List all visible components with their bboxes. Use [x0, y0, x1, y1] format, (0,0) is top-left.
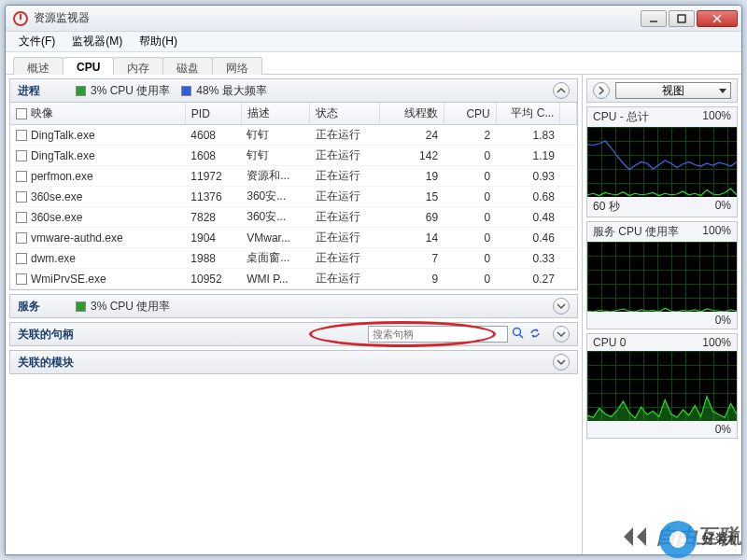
resource-monitor-window: 资源监视器 文件(F) 监视器(M) 帮助(H) 概述 CPU 内存 磁盘 网络… — [5, 5, 742, 555]
graph-title-left: CPU - 总计 — [593, 109, 649, 125]
expand-icon[interactable] — [553, 298, 570, 315]
titlebar[interactable]: 资源监视器 — [6, 6, 741, 32]
col-cpu[interactable]: CPU — [444, 103, 496, 125]
processes-title: 进程 — [18, 83, 64, 99]
cpu-usage-stat: 3% CPU 使用率 — [76, 83, 170, 99]
graph-title-left: CPU 0 — [593, 336, 626, 349]
menubar: 文件(F) 监视器(M) 帮助(H) — [6, 32, 741, 52]
window-title: 资源监视器 — [34, 10, 641, 26]
row-checkbox[interactable] — [16, 171, 27, 182]
graph-footer-right: 0% — [715, 314, 731, 327]
processes-panel: 进程 3% CPU 使用率 48% 最大频率 映像 PID 描述 状态 线程数 — [9, 78, 578, 290]
max-freq-stat: 48% 最大频率 — [181, 83, 266, 99]
col-image[interactable]: 映像 — [10, 103, 185, 125]
tab-disk[interactable]: 磁盘 — [162, 57, 213, 75]
refresh-icon[interactable] — [529, 327, 542, 343]
menu-monitor[interactable]: 监视器(M) — [64, 32, 130, 51]
table-row[interactable]: 360se.exe11376360安...正在运行1500.68 — [10, 187, 577, 207]
handles-title: 关联的句柄 — [18, 327, 74, 343]
svg-line-7 — [520, 334, 524, 338]
table-row[interactable]: DingTalk.exe4608钉钉正在运行2421.83 — [10, 125, 577, 146]
processes-header[interactable]: 进程 3% CPU 使用率 48% 最大频率 — [9, 78, 578, 103]
tab-memory[interactable]: 内存 — [113, 57, 163, 75]
graph-title-right: 100% — [702, 109, 731, 125]
table-row[interactable]: vmware-authd.exe1904VMwar...正在运行1400.46 — [10, 228, 577, 248]
collapse-icon[interactable] — [553, 82, 570, 99]
row-checkbox[interactable] — [16, 191, 27, 203]
table-row[interactable]: perfmon.exe11972资源和...正在运行1900.93 — [10, 166, 577, 187]
content-area: 进程 3% CPU 使用率 48% 最大频率 映像 PID 描述 状态 线程数 — [6, 75, 741, 554]
window-controls — [641, 10, 738, 27]
row-checkbox[interactable] — [16, 130, 27, 141]
search-handles-input[interactable] — [368, 326, 508, 343]
table-row[interactable]: dwm.exe1988桌面窗...正在运行700.33 — [10, 248, 577, 269]
menu-help[interactable]: 帮助(H) — [132, 32, 185, 51]
right-header: 视图 — [586, 78, 738, 103]
svg-rect-3 — [678, 15, 685, 22]
search-icon[interactable] — [512, 327, 525, 343]
graph-title-left: 服务 CPU 使用率 — [593, 224, 679, 240]
table-row[interactable]: DingTalk.exe1608钉钉正在运行14201.19 — [10, 146, 577, 166]
row-checkbox[interactable] — [16, 232, 27, 244]
modules-header[interactable]: 关联的模块 — [9, 350, 578, 374]
right-pane: 视图 CPU - 总计100% 60 秒0% 服务 CPU 使用率100% 0%… — [583, 75, 741, 554]
svg-point-6 — [514, 328, 521, 335]
collapse-right-icon[interactable] — [593, 82, 610, 99]
col-avgcpu[interactable]: 平均 C... — [496, 103, 560, 125]
menu-file[interactable]: 文件(F) — [11, 32, 63, 51]
col-desc[interactable]: 描述 — [241, 103, 309, 125]
tabstrip: 概述 CPU 内存 磁盘 网络 — [6, 52, 741, 75]
left-pane: 进程 3% CPU 使用率 48% 最大频率 映像 PID 描述 状态 线程数 — [6, 75, 583, 554]
blue-box-icon — [181, 86, 191, 96]
col-threads[interactable]: 线程数 — [379, 103, 444, 125]
col-status[interactable]: 状态 — [310, 103, 380, 125]
expand-icon[interactable] — [553, 326, 570, 343]
handles-header[interactable]: 关联的句柄 — [9, 322, 578, 346]
graph-title-right: 100% — [702, 336, 731, 349]
services-title: 服务 — [18, 299, 64, 315]
table-header-row: 映像 PID 描述 状态 线程数 CPU 平均 C... — [10, 103, 577, 125]
handles-search — [319, 326, 543, 343]
row-checkbox[interactable] — [16, 273, 27, 285]
table-row[interactable]: 360se.exe7828360安...正在运行6900.48 — [10, 207, 577, 228]
checkbox-all[interactable] — [16, 108, 27, 119]
col-pid[interactable]: PID — [185, 103, 241, 125]
graph-title-right: 100% — [702, 224, 731, 240]
tab-overview[interactable]: 概述 — [13, 57, 63, 75]
row-checkbox[interactable] — [16, 212, 27, 223]
cpu-graph: CPU - 总计100% 60 秒0% — [586, 106, 738, 217]
processes-table: 映像 PID 描述 状态 线程数 CPU 平均 C... DingTalk.ex… — [9, 103, 578, 290]
modules-title: 关联的模块 — [18, 355, 74, 371]
close-button[interactable] — [697, 10, 738, 27]
minimize-button[interactable] — [641, 10, 667, 27]
svg-rect-1 — [20, 14, 21, 20]
view-dropdown[interactable]: 视图 — [615, 82, 731, 99]
green-box-icon — [76, 86, 86, 96]
cpu-graph: CPU 0100% 0% — [586, 333, 738, 439]
maximize-button[interactable] — [669, 10, 695, 27]
graph-footer-left: 60 秒 — [593, 199, 620, 215]
cpu-graph: 服务 CPU 使用率100% 0% — [586, 221, 738, 329]
tab-cpu[interactable]: CPU — [63, 57, 114, 75]
tab-network[interactable]: 网络 — [212, 57, 262, 75]
table-row[interactable]: WmiPrvSE.exe10952WMI P...正在运行900.27 — [10, 269, 577, 289]
row-checkbox[interactable] — [16, 150, 27, 161]
expand-icon[interactable] — [553, 354, 570, 371]
graph-footer-right: 0% — [715, 423, 731, 436]
services-cpu-stat: 3% CPU 使用率 — [76, 299, 170, 315]
graph-footer-right: 0% — [715, 199, 731, 215]
green-box-icon — [76, 301, 86, 312]
app-icon — [13, 11, 28, 26]
services-header[interactable]: 服务 3% CPU 使用率 — [9, 294, 578, 318]
col-spacer — [560, 103, 577, 125]
row-checkbox[interactable] — [16, 253, 27, 264]
